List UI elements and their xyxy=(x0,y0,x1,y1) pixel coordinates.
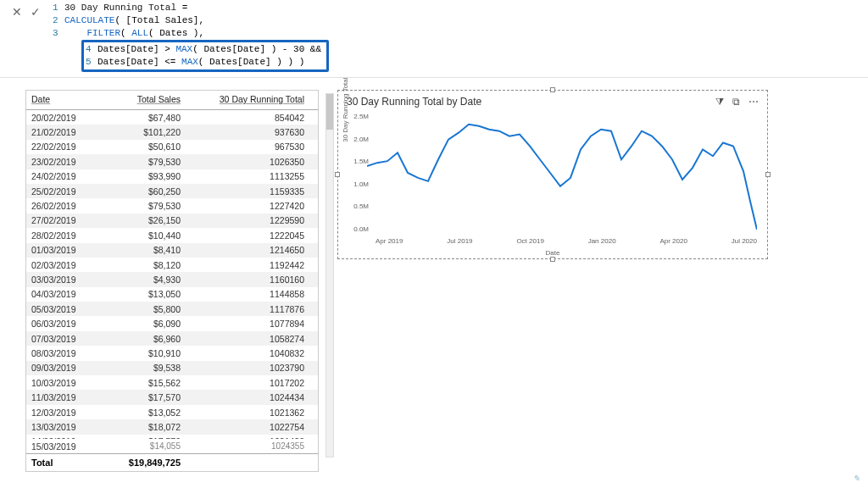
table-scrollbar[interactable] xyxy=(326,93,334,458)
more-options-icon[interactable]: ⋯ xyxy=(748,96,759,108)
table-header: Date Total Sales 30 Day Running Total xyxy=(26,91,318,110)
table-row[interactable]: 01/03/2019$8,4101214650 xyxy=(26,243,318,258)
plot-area xyxy=(367,113,757,233)
formula-bar: ✕ ✓ 130 Day Running Total =2CALCULATE( [… xyxy=(0,0,868,78)
commit-formula-icon[interactable]: ✓ xyxy=(31,5,41,19)
col-header-running-total[interactable]: 30 Day Running Total xyxy=(186,91,313,109)
table-row[interactable]: 12/03/2019$13,0521021362 xyxy=(26,405,318,419)
table-row[interactable]: 09/03/2019$9,5381023790 xyxy=(26,361,318,375)
table-visual[interactable]: Date Total Sales 30 Day Running Total 20… xyxy=(25,90,319,472)
table-row: 15/03/2019 $14,055 1024355 xyxy=(26,439,318,453)
dax-editor[interactable]: 130 Day Running Total =2CALCULATE( [Tota… xyxy=(53,2,329,72)
table-row[interactable]: 08/03/2019$10,9101040832 xyxy=(26,346,318,360)
total-label: Total xyxy=(26,454,92,471)
table-row[interactable]: 03/03/2019$4,9301160160 xyxy=(26,272,318,286)
table-row[interactable]: 07/03/2019$6,9601058274 xyxy=(26,331,318,346)
line-chart-visual[interactable]: 30 Day Running Total by Date ⧩ ⧉ ⋯ 2.5M2… xyxy=(337,90,768,259)
table-row[interactable]: 28/02/2019$10,4401222045 xyxy=(26,228,318,242)
table-total-row: Total $19,849,725 xyxy=(26,453,318,471)
focus-mode-icon[interactable]: ⧉ xyxy=(732,96,740,108)
table-row[interactable]: 26/02/2019$79,5301227420 xyxy=(26,198,318,213)
table-row[interactable]: 20/02/2019$67,480854042 xyxy=(26,110,318,125)
table-row[interactable]: 13/03/2019$18,0721022754 xyxy=(26,419,318,434)
table-row[interactable]: 21/02/2019$101,220937630 xyxy=(26,125,318,139)
col-header-total-sales[interactable]: Total Sales xyxy=(92,91,186,109)
x-axis-ticks: Apr 2019Jul 2019Oct 2019Jan 2020Apr 2020… xyxy=(376,237,757,245)
table-row[interactable]: 10/03/2019$15,5621017202 xyxy=(26,375,318,390)
table-row[interactable]: 14/03/2019$17,5701031428 xyxy=(26,435,318,439)
x-axis-label: Date xyxy=(546,249,560,257)
table-row[interactable]: 02/03/2019$8,1201192442 xyxy=(26,258,318,272)
y-axis-ticks: 2.5M2.0M1.5M1.0M0.5M0.0M xyxy=(350,113,369,233)
table-row[interactable]: 04/03/2019$13,0501144858 xyxy=(26,287,318,302)
chart-title: 30 Day Running Total by Date xyxy=(347,96,481,108)
total-sales-value: $19,849,725 xyxy=(92,454,186,471)
table-row[interactable]: 05/03/2019$5,8001117876 xyxy=(26,302,318,316)
table-row[interactable]: 23/02/2019$79,5301026350 xyxy=(26,154,318,169)
y-axis-label: 30 Day Running Total xyxy=(342,77,349,141)
table-row[interactable]: 27/02/2019$26,1501229590 xyxy=(26,214,318,228)
line-series xyxy=(367,125,757,230)
table-row[interactable]: 11/03/2019$17,5701024434 xyxy=(26,390,318,404)
highlighted-filter-condition: 4Dates[Date] > MAX( Dates[Date] ) - 30 &… xyxy=(81,40,329,72)
table-row[interactable]: 06/03/2019$6,0901077894 xyxy=(26,316,318,330)
table-row[interactable]: 22/02/2019$50,610967530 xyxy=(26,140,318,154)
table-row[interactable]: 24/02/2019$93,9901113255 xyxy=(26,169,318,184)
col-header-date[interactable]: Date xyxy=(26,91,92,109)
table-body: 20/02/2019$67,48085404221/02/2019$101,22… xyxy=(26,110,318,439)
filter-icon[interactable]: ⧩ xyxy=(715,96,724,108)
report-canvas: Date Total Sales 30 Day Running Total 20… xyxy=(0,78,868,472)
watermark: ✎ xyxy=(853,474,860,483)
cancel-formula-icon[interactable]: ✕ xyxy=(12,5,22,19)
table-row[interactable]: 25/02/2019$60,2501159335 xyxy=(26,184,318,198)
